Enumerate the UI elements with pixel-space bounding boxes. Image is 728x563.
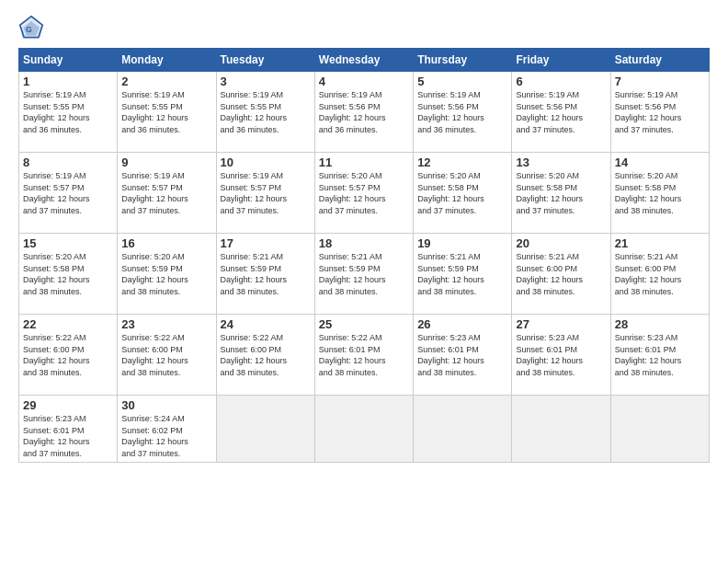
logo: G xyxy=(18,15,48,40)
calendar-header-saturday: Saturday xyxy=(610,49,709,72)
calendar-cell: 16Sunrise: 5:20 AM Sunset: 5:59 PM Dayli… xyxy=(118,234,216,315)
day-info: Sunrise: 5:19 AM Sunset: 5:56 PM Dayligh… xyxy=(417,89,507,135)
day-number: 7 xyxy=(615,75,705,88)
day-info: Sunrise: 5:23 AM Sunset: 6:01 PM Dayligh… xyxy=(615,332,705,378)
day-info: Sunrise: 5:23 AM Sunset: 6:01 PM Dayligh… xyxy=(516,332,606,378)
calendar-header-tuesday: Tuesday xyxy=(216,49,314,72)
day-info: Sunrise: 5:19 AM Sunset: 5:57 PM Dayligh… xyxy=(23,170,113,216)
day-number: 23 xyxy=(121,317,211,331)
calendar-header-friday: Friday xyxy=(512,49,610,72)
day-number: 16 xyxy=(121,236,211,250)
day-info: Sunrise: 5:22 AM Sunset: 6:00 PM Dayligh… xyxy=(221,332,311,378)
day-info: Sunrise: 5:21 AM Sunset: 5:59 PM Dayligh… xyxy=(221,251,311,297)
calendar-cell: 4Sunrise: 5:19 AM Sunset: 5:56 PM Daylig… xyxy=(314,72,413,153)
calendar-cell: 11Sunrise: 5:20 AM Sunset: 5:57 PM Dayli… xyxy=(314,153,413,234)
day-info: Sunrise: 5:19 AM Sunset: 5:57 PM Dayligh… xyxy=(121,170,211,216)
page: G SundayMondayTuesdayWednesdayThursdayFr… xyxy=(0,0,728,563)
day-number: 25 xyxy=(319,317,409,331)
day-number: 28 xyxy=(615,317,705,331)
day-number: 2 xyxy=(121,75,211,88)
calendar-cell: 8Sunrise: 5:19 AM Sunset: 5:57 PM Daylig… xyxy=(19,153,118,234)
calendar-cell: 29Sunrise: 5:23 AM Sunset: 6:01 PM Dayli… xyxy=(19,396,118,463)
day-number: 29 xyxy=(23,398,113,412)
calendar-cell: 1Sunrise: 5:19 AM Sunset: 5:55 PM Daylig… xyxy=(19,72,118,153)
day-info: Sunrise: 5:19 AM Sunset: 5:55 PM Dayligh… xyxy=(121,89,211,135)
day-info: Sunrise: 5:19 AM Sunset: 5:56 PM Dayligh… xyxy=(516,89,606,135)
day-info: Sunrise: 5:20 AM Sunset: 5:58 PM Dayligh… xyxy=(615,170,705,216)
calendar-week-4: 22Sunrise: 5:22 AM Sunset: 6:00 PM Dayli… xyxy=(19,315,710,396)
calendar-cell: 22Sunrise: 5:22 AM Sunset: 6:00 PM Dayli… xyxy=(19,315,118,396)
calendar-cell: 6Sunrise: 5:19 AM Sunset: 5:56 PM Daylig… xyxy=(512,72,610,153)
calendar-cell xyxy=(610,396,709,463)
day-number: 24 xyxy=(221,317,311,331)
calendar-cell: 21Sunrise: 5:21 AM Sunset: 6:00 PM Dayli… xyxy=(610,234,709,315)
day-number: 21 xyxy=(615,236,705,250)
day-number: 5 xyxy=(417,75,507,88)
day-number: 30 xyxy=(121,398,211,412)
calendar-header-thursday: Thursday xyxy=(414,49,512,72)
day-number: 19 xyxy=(417,236,507,250)
day-info: Sunrise: 5:19 AM Sunset: 5:56 PM Dayligh… xyxy=(319,89,409,135)
calendar-cell: 2Sunrise: 5:19 AM Sunset: 5:55 PM Daylig… xyxy=(118,72,216,153)
calendar-cell: 30Sunrise: 5:24 AM Sunset: 6:02 PM Dayli… xyxy=(118,396,216,463)
header-row: SundayMondayTuesdayWednesdayThursdayFrid… xyxy=(19,49,710,72)
calendar-cell: 19Sunrise: 5:21 AM Sunset: 5:59 PM Dayli… xyxy=(414,234,512,315)
calendar-cell: 12Sunrise: 5:20 AM Sunset: 5:58 PM Dayli… xyxy=(414,153,512,234)
day-number: 26 xyxy=(417,317,507,331)
calendar-header-monday: Monday xyxy=(118,49,216,72)
calendar-week-5: 29Sunrise: 5:23 AM Sunset: 6:01 PM Dayli… xyxy=(19,396,710,463)
calendar-cell: 27Sunrise: 5:23 AM Sunset: 6:01 PM Dayli… xyxy=(512,315,610,396)
day-number: 6 xyxy=(516,75,606,88)
day-number: 10 xyxy=(221,155,311,169)
day-info: Sunrise: 5:19 AM Sunset: 5:56 PM Dayligh… xyxy=(615,89,705,135)
day-info: Sunrise: 5:21 AM Sunset: 5:59 PM Dayligh… xyxy=(319,251,409,297)
calendar-cell: 7Sunrise: 5:19 AM Sunset: 5:56 PM Daylig… xyxy=(610,72,709,153)
day-number: 18 xyxy=(319,236,409,250)
day-number: 17 xyxy=(221,236,311,250)
calendar-cell xyxy=(512,396,610,463)
day-number: 12 xyxy=(417,155,507,169)
header: G xyxy=(18,15,710,40)
day-info: Sunrise: 5:22 AM Sunset: 6:01 PM Dayligh… xyxy=(319,332,409,378)
day-info: Sunrise: 5:22 AM Sunset: 6:00 PM Dayligh… xyxy=(121,332,211,378)
day-number: 1 xyxy=(23,75,113,88)
day-number: 11 xyxy=(319,155,409,169)
calendar-header-sunday: Sunday xyxy=(19,49,118,72)
calendar-cell xyxy=(216,396,314,463)
day-info: Sunrise: 5:23 AM Sunset: 6:01 PM Dayligh… xyxy=(417,332,507,378)
calendar-table: SundayMondayTuesdayWednesdayThursdayFrid… xyxy=(18,48,710,463)
calendar-cell: 26Sunrise: 5:23 AM Sunset: 6:01 PM Dayli… xyxy=(414,315,512,396)
day-info: Sunrise: 5:20 AM Sunset: 5:57 PM Dayligh… xyxy=(319,170,409,216)
day-info: Sunrise: 5:20 AM Sunset: 5:59 PM Dayligh… xyxy=(121,251,211,297)
day-info: Sunrise: 5:20 AM Sunset: 5:58 PM Dayligh… xyxy=(417,170,507,216)
day-number: 3 xyxy=(221,75,311,88)
day-info: Sunrise: 5:19 AM Sunset: 5:55 PM Dayligh… xyxy=(23,89,113,135)
day-info: Sunrise: 5:24 AM Sunset: 6:02 PM Dayligh… xyxy=(121,413,211,459)
calendar-cell: 14Sunrise: 5:20 AM Sunset: 5:58 PM Dayli… xyxy=(610,153,709,234)
calendar-week-2: 8Sunrise: 5:19 AM Sunset: 5:57 PM Daylig… xyxy=(19,153,710,234)
day-info: Sunrise: 5:21 AM Sunset: 6:00 PM Dayligh… xyxy=(615,251,705,297)
calendar-cell: 3Sunrise: 5:19 AM Sunset: 5:55 PM Daylig… xyxy=(216,72,314,153)
day-number: 15 xyxy=(23,236,113,250)
day-info: Sunrise: 5:21 AM Sunset: 6:00 PM Dayligh… xyxy=(516,251,606,297)
day-info: Sunrise: 5:22 AM Sunset: 6:00 PM Dayligh… xyxy=(23,332,113,378)
day-info: Sunrise: 5:19 AM Sunset: 5:55 PM Dayligh… xyxy=(221,89,311,135)
calendar-cell: 20Sunrise: 5:21 AM Sunset: 6:00 PM Dayli… xyxy=(512,234,610,315)
calendar-cell: 9Sunrise: 5:19 AM Sunset: 5:57 PM Daylig… xyxy=(118,153,216,234)
calendar-cell xyxy=(414,396,512,463)
calendar-week-3: 15Sunrise: 5:20 AM Sunset: 5:58 PM Dayli… xyxy=(19,234,710,315)
calendar-cell: 28Sunrise: 5:23 AM Sunset: 6:01 PM Dayli… xyxy=(610,315,709,396)
logo-icon: G xyxy=(18,15,44,40)
day-number: 9 xyxy=(121,155,211,169)
day-info: Sunrise: 5:19 AM Sunset: 5:57 PM Dayligh… xyxy=(221,170,311,216)
day-number: 4 xyxy=(319,75,409,88)
calendar-header-wednesday: Wednesday xyxy=(314,49,413,72)
calendar-week-1: 1Sunrise: 5:19 AM Sunset: 5:55 PM Daylig… xyxy=(19,72,710,153)
calendar-cell: 18Sunrise: 5:21 AM Sunset: 5:59 PM Dayli… xyxy=(314,234,413,315)
day-number: 22 xyxy=(23,317,113,331)
day-info: Sunrise: 5:23 AM Sunset: 6:01 PM Dayligh… xyxy=(23,413,113,459)
calendar-cell: 13Sunrise: 5:20 AM Sunset: 5:58 PM Dayli… xyxy=(512,153,610,234)
calendar-cell: 5Sunrise: 5:19 AM Sunset: 5:56 PM Daylig… xyxy=(414,72,512,153)
calendar-cell: 25Sunrise: 5:22 AM Sunset: 6:01 PM Dayli… xyxy=(314,315,413,396)
day-number: 14 xyxy=(615,155,705,169)
